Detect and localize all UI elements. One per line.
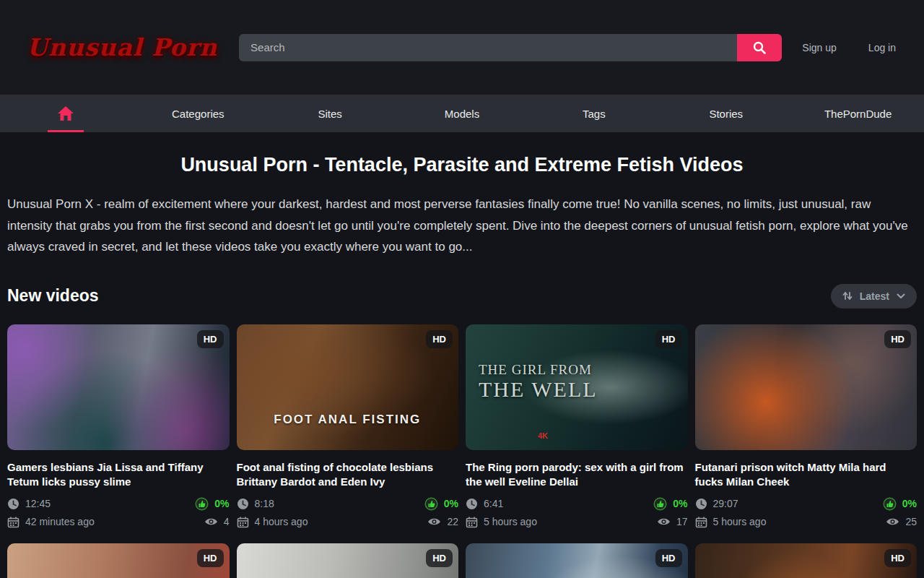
video-card: HD	[7, 543, 230, 578]
thumbnail-overlay-text: THE GIRL FROM THE WELL	[479, 362, 598, 402]
video-card: HD Gamers lesbians Jia Lissa and Tiffany…	[7, 324, 230, 528]
nav-item-sites[interactable]: Sites	[264, 95, 396, 132]
views: 17	[657, 516, 688, 527]
hd-badge: HD	[655, 330, 682, 348]
duration: 29:07	[695, 498, 738, 510]
rating: 0%	[424, 497, 458, 511]
active-tab-underline	[48, 130, 84, 132]
search-input[interactable]	[239, 34, 737, 61]
nav-item-stories[interactable]: Stories	[660, 95, 792, 132]
clock-icon	[237, 498, 249, 510]
upload-age: 5 hours ago	[466, 516, 537, 528]
video-card: HD	[695, 543, 918, 578]
video-card: HD Futanari prison witch Matty Mila hard…	[695, 324, 918, 528]
hd-badge: HD	[197, 330, 224, 348]
main-nav: Categories Sites Models Tags Stories The…	[0, 95, 924, 132]
hd-badge: HD	[197, 549, 224, 567]
eye-icon	[204, 517, 218, 527]
video-meta: 29:07 0% 5 hours ago 25	[695, 497, 918, 528]
duration: 6:41	[466, 498, 503, 510]
video-thumbnail[interactable]: HD FOOT ANAL FISTING	[237, 324, 459, 450]
views: 4	[204, 516, 230, 527]
video-meta: 12:45 0% 42 minutes ago 4	[7, 497, 230, 528]
signup-link[interactable]: Sign up	[802, 42, 836, 53]
video-grid-row-2: HD HD HD HD	[7, 543, 917, 578]
clock-icon	[466, 498, 478, 510]
views: 25	[886, 516, 917, 527]
rating: 0%	[195, 497, 229, 511]
upload-age: 5 hours ago	[695, 516, 767, 528]
video-card: HD	[237, 543, 459, 578]
video-title[interactable]: Futanari prison witch Matty Mila hard fu…	[695, 460, 918, 489]
nav-item-tags[interactable]: Tags	[528, 95, 660, 132]
section-row: New videos Latest	[7, 284, 917, 309]
video-thumbnail[interactable]: HD	[695, 324, 918, 450]
video-meta: 8:18 0% 4 hours ago 22	[237, 497, 459, 528]
upload-age: 4 hours ago	[237, 516, 308, 528]
main-content: Unusual Porn - Tentacle, Parasite and Ex…	[0, 154, 924, 578]
video-thumbnail[interactable]: HD	[466, 543, 688, 578]
video-title[interactable]: Gamers lesbians Jia Lissa and Tiffany Te…	[7, 460, 230, 489]
sort-label: Latest	[860, 290, 889, 302]
calendar-icon	[466, 516, 478, 528]
hd-badge: HD	[884, 330, 911, 348]
thumbs-up-icon	[883, 497, 897, 511]
clock-icon	[7, 498, 19, 510]
search-button[interactable]	[737, 34, 782, 61]
hd-badge: HD	[884, 549, 911, 567]
video-thumbnail[interactable]: HD THE GIRL FROM THE WELL 4K	[466, 324, 688, 450]
eye-icon	[886, 517, 899, 527]
section-title: New videos	[7, 286, 99, 306]
thumbnail-quality-tag: 4K	[538, 431, 548, 440]
clock-icon	[695, 498, 707, 510]
nav-item-models[interactable]: Models	[396, 95, 528, 132]
video-thumbnail[interactable]: HD	[695, 543, 918, 578]
video-thumbnail[interactable]: HD	[7, 543, 230, 578]
views: 22	[427, 516, 458, 527]
calendar-icon	[7, 516, 19, 528]
login-link[interactable]: Log in	[868, 42, 896, 53]
calendar-icon	[695, 516, 707, 528]
page-description: Unusual Porn X - realm of excitement whe…	[7, 194, 917, 258]
video-title[interactable]: The Ring porn parody: sex with a girl fr…	[466, 460, 688, 489]
search-form	[239, 34, 782, 61]
nav-item-categories[interactable]: Categories	[132, 95, 264, 132]
chevron-down-icon	[897, 293, 905, 299]
thumbs-up-icon	[424, 497, 438, 511]
video-meta: 6:41 0% 5 hours ago 17	[466, 497, 688, 528]
hd-badge: HD	[655, 549, 682, 567]
nav-item-home[interactable]	[0, 95, 132, 132]
sort-arrows-icon	[842, 290, 853, 301]
hd-badge: HD	[426, 549, 453, 567]
duration: 8:18	[237, 498, 274, 510]
header: Unusual Porn Sign up Log in	[0, 0, 924, 95]
thumbs-up-icon	[195, 497, 209, 511]
video-thumbnail[interactable]: HD	[237, 543, 459, 578]
eye-icon	[657, 517, 671, 527]
search-icon	[751, 40, 767, 56]
page-title: Unusual Porn - Tentacle, Parasite and Ex…	[7, 154, 917, 176]
eye-icon	[427, 517, 441, 527]
duration: 12:45	[7, 498, 51, 510]
nav-item-theporndude[interactable]: ThePornDude	[792, 95, 924, 132]
upload-age: 42 minutes ago	[7, 516, 95, 528]
video-grid: HD Gamers lesbians Jia Lissa and Tiffany…	[7, 324, 917, 528]
sort-dropdown[interactable]: Latest	[831, 284, 917, 309]
video-thumbnail[interactable]: HD	[7, 324, 230, 450]
auth-links: Sign up Log in	[802, 42, 896, 53]
rating: 0%	[653, 497, 687, 511]
thumbs-up-icon	[653, 497, 667, 511]
video-card: HD FOOT ANAL FISTING Foot anal fisting o…	[237, 324, 459, 528]
video-card: HD	[466, 543, 688, 578]
hd-badge: HD	[426, 330, 453, 348]
home-icon	[56, 105, 75, 122]
calendar-icon	[237, 516, 249, 528]
video-title[interactable]: Foot anal fisting of chocolate lesbians …	[237, 460, 459, 489]
site-logo[interactable]: Unusual Porn	[27, 33, 217, 61]
video-card: HD THE GIRL FROM THE WELL 4K The Ring po…	[466, 324, 688, 528]
rating: 0%	[883, 497, 917, 511]
thumbnail-overlay-text: FOOT ANAL FISTING	[237, 413, 459, 427]
